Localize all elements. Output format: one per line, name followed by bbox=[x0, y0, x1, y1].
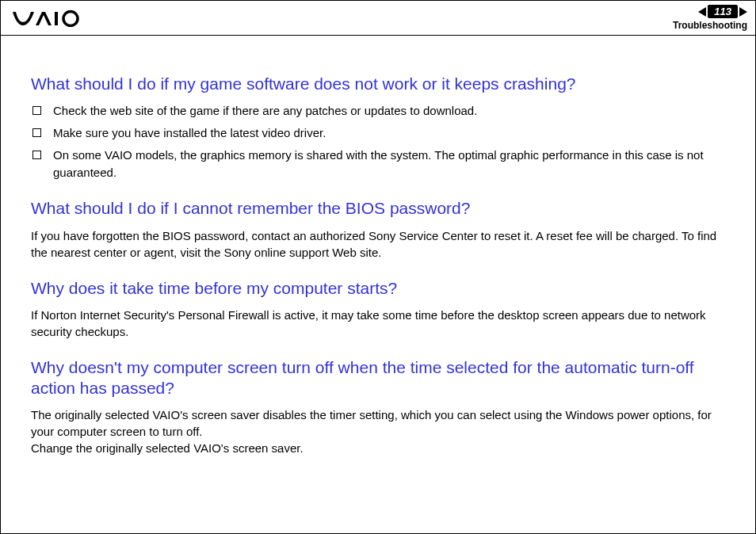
page-header: 113 Troubleshooting bbox=[1, 1, 755, 36]
next-page-arrow-icon[interactable] bbox=[739, 7, 747, 17]
svg-point-1 bbox=[63, 11, 78, 25]
faq-paragraph: Change the originally selected VAIO's sc… bbox=[31, 440, 725, 456]
list-item: Check the web site of the game if there … bbox=[31, 102, 725, 120]
faq-heading: What should I do if I cannot remember th… bbox=[31, 198, 725, 219]
vaio-logo bbox=[12, 10, 99, 27]
faq-heading: What should I do if my game software doe… bbox=[31, 74, 725, 94]
faq-paragraph: If you have forgotten the BIOS password,… bbox=[31, 227, 725, 261]
svg-rect-0 bbox=[55, 12, 58, 25]
faq-heading: Why doesn't my computer screen turn off … bbox=[31, 357, 725, 399]
section-label: Troubleshooting bbox=[673, 20, 747, 31]
faq-bullet-list: Check the web site of the game if there … bbox=[31, 102, 725, 181]
page-nav: 113 bbox=[698, 5, 747, 19]
page-content: What should I do if my game software doe… bbox=[1, 36, 755, 472]
list-item: On some VAIO models, the graphics memory… bbox=[31, 147, 725, 181]
list-item: Make sure you have installed the latest … bbox=[31, 124, 725, 142]
prev-page-arrow-icon[interactable] bbox=[698, 7, 706, 17]
page-number: 113 bbox=[708, 5, 738, 19]
faq-paragraph: The originally selected VAIO's screen sa… bbox=[31, 406, 725, 440]
faq-paragraph: If Norton Internet Security's Personal F… bbox=[31, 307, 725, 340]
header-right: 113 Troubleshooting bbox=[673, 5, 747, 32]
faq-heading: Why does it take time before my computer… bbox=[31, 278, 725, 299]
